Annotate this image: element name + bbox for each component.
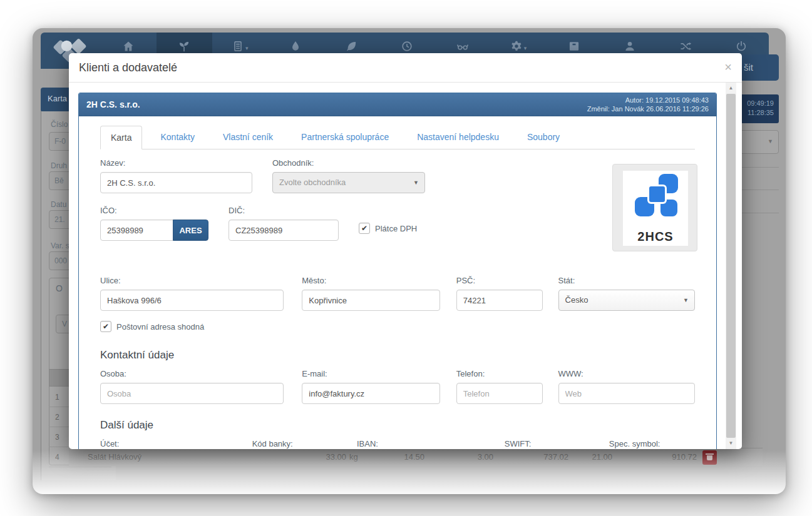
form-row-1: Název: Obchodník: Zvolte obchodníka ▼ bbox=[100, 158, 695, 193]
www-label: WWW: bbox=[558, 369, 695, 378]
form-row-address: Ulice: Město: PSČ: Stát: Česko bbox=[100, 276, 695, 311]
ulice-input[interactable] bbox=[100, 290, 284, 311]
archive-box-icon bbox=[568, 40, 580, 53]
stat-selected-value: Česko bbox=[565, 295, 588, 305]
ico-label: IČO: bbox=[100, 206, 209, 215]
bg-label-druh: Druh bbox=[51, 161, 67, 170]
close-icon[interactable]: × bbox=[724, 60, 732, 74]
platce-dph-checkbox[interactable]: ✔ bbox=[359, 223, 370, 234]
nazev-input[interactable] bbox=[100, 172, 252, 193]
changed-line: Změnil: Jan Novák 26.06.2016 11:29:26 bbox=[587, 104, 709, 113]
bg-divider bbox=[740, 190, 779, 190]
obchodnik-label: Obchodník: bbox=[272, 158, 425, 168]
ucet-label: Účet: bbox=[100, 439, 232, 448]
stat-select[interactable]: Česko ▼ bbox=[558, 290, 695, 311]
bg-fieldset-heading: O bbox=[56, 283, 63, 293]
telefon-label: Telefon: bbox=[456, 369, 543, 378]
client-card-panel: 2H C.S. s.r.o. Autor: 19.12.2015 09:48:4… bbox=[78, 93, 717, 449]
obchodnik-selected-value: Zvolte obchodníka bbox=[279, 178, 346, 187]
psc-input[interactable] bbox=[456, 290, 543, 311]
telefon-input[interactable] bbox=[456, 383, 543, 404]
psc-label: PSČ: bbox=[456, 276, 543, 285]
postovni-adresa-checkbox[interactable]: ✔ bbox=[100, 321, 111, 332]
form-row-2: IČO: ARES DIČ: ✔ Plátce DPH bbox=[100, 206, 695, 241]
form-row-bank: Účet: Kód banky: IBAN: SWIFT: bbox=[100, 439, 695, 449]
client-card-body: Karta Kontakty Vlastní ceník Partnerská … bbox=[79, 116, 716, 449]
stat-label: Stát: bbox=[558, 276, 695, 285]
delete-row-button[interactable] bbox=[702, 450, 717, 465]
client-card-header: 2H C.S. s.r.o. Autor: 19.12.2015 09:48:4… bbox=[79, 93, 716, 116]
droplet-icon bbox=[289, 40, 302, 53]
seedling-icon bbox=[178, 40, 190, 53]
dic-input[interactable] bbox=[229, 220, 339, 241]
www-input[interactable] bbox=[558, 383, 695, 404]
tab-kontakty[interactable]: Kontakty bbox=[150, 126, 204, 149]
postovni-adresa-row: ✔ Poštovní adresa shodná bbox=[100, 321, 695, 332]
food-row-col5: 910.72 bbox=[653, 452, 697, 462]
postovni-adresa-label: Poštovní adresa shodná bbox=[116, 322, 204, 331]
card-tabs: Karta Kontakty Vlastní ceník Partnerská … bbox=[100, 126, 695, 149]
chevron-down-icon: ▼ bbox=[413, 173, 419, 193]
tab-karta[interactable]: Karta bbox=[100, 126, 142, 149]
section-dalsi-udaje: Další údaje bbox=[100, 419, 695, 432]
mesto-label: Město: bbox=[302, 276, 439, 285]
glasses-icon bbox=[456, 40, 469, 53]
chevron-down-icon: ▾ bbox=[524, 45, 527, 51]
logo-text: 2HCS bbox=[623, 230, 688, 244]
leaf-icon bbox=[345, 40, 357, 53]
bg-label-datum: Datu bbox=[51, 200, 66, 209]
modal-scrollbar[interactable]: ▲ ▼ bbox=[726, 83, 736, 449]
nazev-label: Název: bbox=[100, 158, 252, 168]
power-icon bbox=[735, 40, 748, 53]
scroll-down-icon[interactable]: ▼ bbox=[726, 438, 736, 448]
food-row-col1: 14.50 bbox=[381, 452, 424, 462]
modal-body: 2H C.S. s.r.o. Autor: 19.12.2015 09:48:4… bbox=[69, 83, 742, 449]
modal-title: Klienti a dodavatelé bbox=[79, 53, 732, 82]
chevron-down-icon: ▾ bbox=[245, 45, 249, 51]
invoices-icon bbox=[232, 40, 244, 53]
food-row-name: Salát Hlávkový bbox=[88, 452, 141, 462]
mesto-input[interactable] bbox=[302, 290, 439, 311]
tab-partnerska-spoluprace[interactable]: Partnerská spolupráce bbox=[291, 126, 399, 149]
email-input[interactable] bbox=[302, 383, 439, 404]
food-row-col3: 737.02 bbox=[525, 452, 568, 462]
scrollbar-thumb[interactable] bbox=[726, 94, 736, 438]
iban-label: IBAN: bbox=[357, 439, 486, 448]
user-icon bbox=[624, 40, 636, 53]
background-table-row: Salát Hlávkový 33.00 kg 14.50 3.00 737.0… bbox=[69, 448, 763, 466]
background-dropdown[interactable]: ▼ bbox=[739, 130, 779, 154]
food-row-col2: 3.00 bbox=[450, 452, 493, 462]
ulice-label: Ulice: bbox=[100, 276, 284, 285]
obchodnik-select[interactable]: Zvolte obchodníka ▼ bbox=[272, 172, 425, 193]
gear-icon bbox=[510, 40, 523, 53]
audit-info: Autor: 19.12.2015 09:48:43 Změnil: Jan N… bbox=[587, 96, 709, 113]
food-row-unit: kg bbox=[349, 452, 358, 462]
bg-divider bbox=[740, 213, 779, 213]
osoba-label: Osoba: bbox=[100, 369, 284, 378]
osoba-input[interactable] bbox=[100, 383, 284, 404]
platce-dph-label: Plátce DPH bbox=[375, 224, 417, 233]
platce-dph-row: ✔ Plátce DPH bbox=[359, 223, 417, 234]
clients-modal: Klienti a dodavatelé × 2H C.S. s.r.o. Au… bbox=[69, 53, 742, 449]
author-line: Autor: 19.12.2015 09:48:43 bbox=[587, 96, 709, 104]
bg-divider bbox=[740, 167, 779, 168]
ico-input[interactable] bbox=[100, 220, 173, 241]
tab-vlastni-cenik[interactable]: Vlastní ceník bbox=[213, 126, 283, 149]
clock-icon bbox=[401, 40, 413, 53]
client-name-title: 2H C.S. s.r.o. bbox=[86, 99, 140, 109]
section-kontaktni-udaje: Kontaktní údaje bbox=[100, 349, 695, 362]
food-row-qty: 33.00 bbox=[302, 452, 346, 462]
spec-symbol-label: Spec. symbol: bbox=[609, 439, 695, 448]
shuffle-icon bbox=[679, 40, 692, 53]
tab-nastaveni-helpdesku[interactable]: Nastavení helpdesku bbox=[407, 126, 509, 149]
tab-soubory[interactable]: Soubory bbox=[517, 126, 570, 149]
modal-header: Klienti a dodavatelé × bbox=[69, 53, 742, 83]
swift-label: SWIFT: bbox=[505, 439, 594, 448]
form-row-contact: Osoba: E-mail: Telefon: WWW: bbox=[100, 369, 695, 404]
dic-label: DIČ: bbox=[229, 206, 339, 215]
ares-button[interactable]: ARES bbox=[173, 220, 208, 241]
company-logo: 2HCS bbox=[623, 171, 688, 246]
kod-banky-label: Kód banky: bbox=[252, 439, 335, 448]
home-icon bbox=[122, 40, 135, 53]
scroll-up-icon[interactable]: ▲ bbox=[726, 83, 736, 93]
